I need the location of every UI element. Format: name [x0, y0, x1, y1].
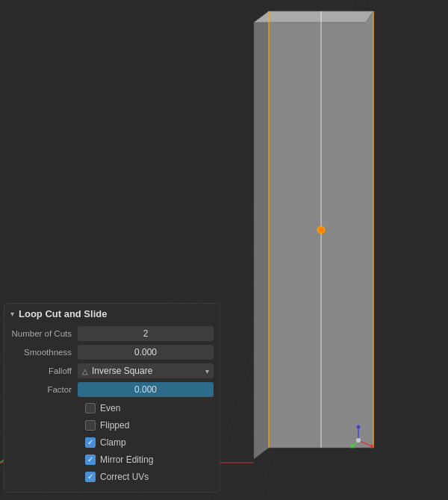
falloff-icon: △: [82, 367, 88, 375]
even-checkbox-row: Even: [85, 400, 214, 416]
correct-uvs-checkbox-row: ✓ Correct UVs: [85, 469, 214, 485]
svg-line-14: [261, 0, 366, 500]
panel-body: Number of Cuts 2 Smoothness 0.000 Fallof…: [4, 324, 220, 485]
svg-point-27: [351, 445, 355, 449]
even-label: Even: [100, 403, 120, 413]
smoothness-row: Smoothness 0.000: [10, 344, 214, 360]
falloff-label: Falloff: [10, 366, 78, 375]
loop-cut-panel: ▾ Loop Cut and Slide Number of Cuts 2 Sm…: [4, 303, 220, 493]
svg-point-30: [356, 438, 361, 443]
falloff-row: Falloff △ Inverse Square ▾: [10, 363, 214, 379]
correct-uvs-check-icon: ✓: [87, 473, 93, 481]
clamp-checkbox[interactable]: ✓: [85, 437, 96, 448]
factor-label: Factor: [10, 385, 78, 394]
svg-marker-17: [269, 11, 373, 448]
factor-input[interactable]: 0.000: [78, 382, 214, 397]
flipped-checkbox-row: Flipped: [85, 417, 214, 434]
smoothness-input[interactable]: 0.000: [78, 345, 214, 360]
panel-title: Loop Cut and Slide: [19, 308, 107, 319]
clamp-checkbox-row: ✓ Clamp: [85, 434, 214, 451]
factor-row: Factor 0.000: [10, 381, 214, 398]
clamp-check-icon: ✓: [87, 439, 93, 446]
falloff-value: Inverse Square: [92, 366, 205, 376]
svg-line-26: [352, 440, 358, 446]
clamp-label: Clamp: [100, 437, 126, 448]
svg-marker-19: [254, 11, 373, 22]
flipped-checkbox[interactable]: [85, 420, 96, 431]
number-of-cuts-row: Number of Cuts 2: [10, 325, 214, 342]
panel-toggle-icon: ▾: [10, 310, 14, 318]
correct-uvs-checkbox[interactable]: ✓: [85, 472, 96, 482]
checkbox-area: Even Flipped ✓ Clamp ✓ Mirror Editing: [10, 400, 214, 485]
number-of-cuts-label: Number of Cuts: [10, 329, 78, 338]
flipped-label: Flipped: [100, 420, 129, 431]
svg-point-23: [317, 226, 325, 234]
number-of-cuts-input[interactable]: 2: [78, 326, 214, 341]
mirror-editing-label: Mirror Editing: [100, 454, 153, 465]
falloff-arrow-icon: ▾: [205, 367, 209, 375]
correct-uvs-label: Correct UVs: [100, 472, 149, 482]
mirror-editing-check-icon: ✓: [87, 456, 93, 463]
smoothness-label: Smoothness: [10, 348, 78, 357]
svg-marker-18: [254, 11, 269, 459]
mirror-editing-checkbox[interactable]: ✓: [85, 454, 96, 465]
falloff-select[interactable]: △ Inverse Square ▾: [78, 363, 214, 378]
svg-line-13: [209, 0, 358, 500]
svg-point-25: [370, 445, 374, 449]
mirror-editing-checkbox-row: ✓ Mirror Editing: [85, 451, 214, 468]
svg-point-29: [357, 425, 361, 429]
panel-header[interactable]: ▾ Loop Cut and Slide: [4, 304, 220, 324]
svg-line-24: [358, 440, 372, 446]
even-checkbox[interactable]: [85, 403, 96, 413]
